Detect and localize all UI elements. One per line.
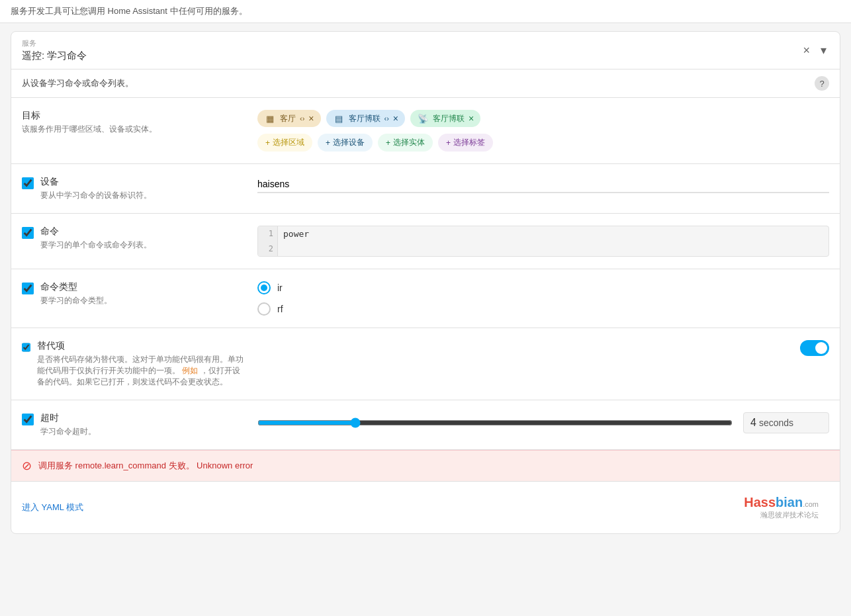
- alternative-subtext: 是否将代码存储为替代项。这对于单功能代码很有用。单功能代码用于仅执行行开关功能中…: [37, 354, 247, 388]
- plus-icon-4: +: [446, 138, 451, 148]
- timeout-row: 4 seconds: [257, 412, 829, 433]
- tag-area-dots[interactable]: ‹›: [300, 114, 304, 122]
- add-device-label: 选择设备: [333, 137, 365, 148]
- tag-area-close[interactable]: ×: [308, 113, 314, 124]
- command-type-checkbox[interactable]: [22, 283, 34, 294]
- timeout-info: 超时 学习命令超时。: [40, 412, 96, 437]
- command-type-heading: 命令类型: [40, 281, 112, 293]
- target-heading: 目标: [22, 110, 247, 122]
- line-num-2: 2: [258, 242, 278, 256]
- plus-icon-3: +: [386, 138, 390, 148]
- tag-device-dots[interactable]: ‹›: [384, 114, 389, 122]
- yaml-link[interactable]: 进入 YAML 模式: [22, 502, 83, 513]
- timeout-right: 4 seconds: [257, 412, 829, 433]
- timeout-subtext: 学习命令超时。: [40, 426, 96, 437]
- tag-entity-close[interactable]: ×: [469, 113, 474, 124]
- alternative-heading: 替代项: [37, 340, 247, 352]
- alternative-right: [257, 340, 829, 356]
- timeout-checkbox[interactable]: [22, 414, 34, 425]
- alternative-left: 替代项 是否将代码存储为替代项。这对于单功能代码很有用。单功能代码用于仅执行行开…: [22, 340, 247, 388]
- tag-row-add: + 选择区域 + 选择设备 + 选择实体 + 选择标签: [257, 134, 829, 152]
- command-type-left: 命令类型 要学习的命令类型。: [22, 281, 247, 306]
- entity-icon: 📡: [417, 112, 429, 124]
- command-checkbox[interactable]: [22, 227, 34, 239]
- timeout-heading: 超时: [40, 412, 96, 424]
- timeout-unit: seconds: [759, 418, 793, 428]
- line-num-1: 1: [258, 226, 278, 242]
- radio-label-ir: ir: [277, 283, 283, 293]
- alternative-checkbox[interactable]: [22, 341, 30, 353]
- command-type-section: 命令类型 要学习的命令类型。 ir rf: [11, 269, 840, 328]
- tag-entity-living[interactable]: 📡 客厅博联 ×: [410, 110, 480, 127]
- tag-device-label: 客厅博联: [349, 113, 381, 124]
- sub-brand: 瀚思彼岸技术论坛: [744, 510, 819, 520]
- desc-bar: 从设备学习命令或命令列表。 ?: [11, 69, 840, 98]
- hassbian-logo: Hassbian.com 瀚思彼岸技术论坛: [733, 490, 829, 525]
- target-left: 目标 该服务作用于哪些区域、设备或实体。: [22, 110, 247, 135]
- command-heading: 命令: [40, 226, 152, 238]
- command-type-subtext: 要学习的命令类型。: [40, 295, 112, 306]
- add-area-label: 选择区域: [273, 137, 304, 148]
- brand-hass: Hass: [744, 495, 776, 509]
- radio-ir[interactable]: ir: [257, 281, 829, 294]
- alternative-section: 替代项 是否将代码存储为替代项。这对于单功能代码很有用。单功能代码用于仅执行行开…: [11, 328, 840, 400]
- target-subtext: 该服务作用于哪些区域、设备或实体。: [22, 124, 247, 135]
- line-content-2: [278, 242, 829, 256]
- tag-area-living[interactable]: ▦ 客厅 ‹› ×: [257, 110, 321, 127]
- brand-bian: bian: [776, 495, 803, 509]
- timeout-left: 超时 学习命令超时。: [22, 412, 247, 437]
- device-input[interactable]: [257, 176, 829, 193]
- alternative-toggle[interactable]: [800, 340, 829, 356]
- radio-rf[interactable]: rf: [257, 302, 829, 316]
- command-subtext: 要学习的单个命令或命令列表。: [40, 240, 152, 251]
- device-checkbox[interactable]: [22, 177, 34, 189]
- area-icon: ▦: [264, 112, 276, 124]
- radio-dot-ir: [261, 285, 267, 291]
- editor-line-2: 2: [258, 242, 829, 256]
- add-tag-button[interactable]: + 选择标签: [438, 134, 493, 152]
- timeout-number: 4: [750, 417, 756, 429]
- tag-area-label: 客厅: [280, 113, 296, 124]
- add-device-button[interactable]: + 选择设备: [318, 134, 373, 152]
- header-actions: × ▾: [800, 40, 829, 60]
- command-right: 1 power 2: [257, 226, 829, 257]
- plus-icon: +: [265, 138, 270, 148]
- error-icon: ⊘: [22, 459, 32, 473]
- dropdown-button[interactable]: ▾: [818, 40, 829, 60]
- desc-text: 从设备学习命令或命令列表。: [22, 77, 134, 89]
- editor-line-1: 1 power: [258, 226, 829, 242]
- device-subtext: 要从中学习命令的设备标识符。: [40, 190, 152, 201]
- service-header: 服务 遥控: 学习命令 × ▾: [11, 32, 840, 69]
- command-type-info: 命令类型 要学习的命令类型。: [40, 281, 112, 306]
- footer: 进入 YAML 模式 Hassbian.com 瀚思彼岸技术论坛: [11, 481, 840, 533]
- help-icon[interactable]: ?: [815, 76, 829, 91]
- timeout-value-box: 4 seconds: [743, 412, 829, 433]
- target-section: 目标 该服务作用于哪些区域、设备或实体。 ▦ 客厅 ‹› × ▤ 客厅博联 ‹›…: [11, 98, 840, 164]
- add-entity-button[interactable]: + 选择实体: [378, 134, 433, 152]
- tag-entity-label: 客厅博联: [433, 113, 465, 124]
- line-content-1: power: [278, 226, 829, 242]
- timeout-slider[interactable]: [257, 418, 733, 428]
- device-info: 设备 要从中学习命令的设备标识符。: [40, 176, 152, 201]
- close-button[interactable]: ×: [800, 41, 813, 60]
- alternative-link[interactable]: 例如: [182, 366, 198, 375]
- command-editor[interactable]: 1 power 2: [257, 226, 829, 257]
- command-type-right: ir rf: [257, 281, 829, 316]
- radio-label-rf: rf: [277, 304, 283, 314]
- service-label: 服务: [22, 38, 87, 48]
- toggle-slider: [800, 340, 829, 356]
- add-tag-label: 选择标签: [453, 137, 485, 148]
- radio-circle-ir: [257, 281, 271, 294]
- add-area-button[interactable]: + 选择区域: [257, 134, 312, 152]
- service-title-block: 服务 遥控: 学习命令: [22, 38, 87, 62]
- device-heading: 设备: [40, 176, 152, 188]
- command-section: 命令 要学习的单个命令或命令列表。 1 power 2: [11, 214, 840, 269]
- top-bar: 服务开发工具可让您调用 Home Assistant 中任何可用的服务。: [0, 0, 851, 23]
- brand-name: Hassbian.com: [744, 495, 819, 510]
- tag-device-living[interactable]: ▤ 客厅博联 ‹› ×: [326, 110, 406, 127]
- tag-device-close[interactable]: ×: [393, 113, 398, 124]
- error-text: 调用服务 remote.learn_command 失败。 Unknown er…: [38, 460, 253, 472]
- plus-icon-2: +: [326, 138, 330, 148]
- tag-row-existing: ▦ 客厅 ‹› × ▤ 客厅博联 ‹› × 📡 客厅博联 ×: [257, 110, 829, 127]
- command-left: 命令 要学习的单个命令或命令列表。: [22, 226, 247, 251]
